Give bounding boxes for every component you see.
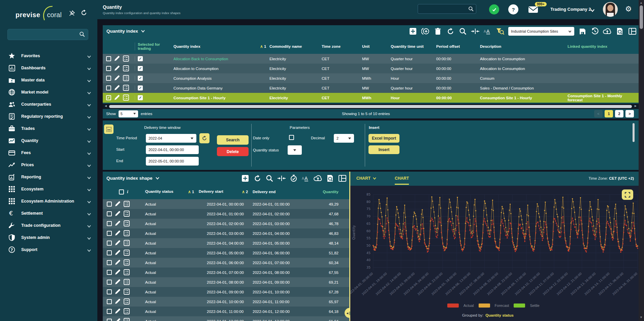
- table-row[interactable]: Actual2022-04-01, 10:00:002022-04-01, 11…: [103, 297, 349, 307]
- filter-icon[interactable]: [496, 27, 505, 36]
- row-checkbox[interactable]: [107, 289, 112, 294]
- table-row[interactable]: Actual2022-04-01, 09:00:002022-04-01, 10…: [103, 287, 349, 297]
- table-row[interactable]: ✓Consumption AnalysisElectricityCETMWhHo…: [103, 73, 639, 83]
- insert-button[interactable]: Insert: [368, 145, 399, 154]
- search-button[interactable]: Search: [217, 135, 249, 145]
- avatar[interactable]: [603, 2, 618, 17]
- selected-for-trading-checkbox[interactable]: ✓: [138, 56, 143, 61]
- add-button[interactable]: [409, 27, 417, 36]
- details-icon[interactable]: [124, 279, 130, 286]
- excel-import-button[interactable]: Excel Import: [368, 134, 399, 143]
- selected-for-trading-cell[interactable]: ✓: [135, 56, 173, 61]
- search-button[interactable]: [265, 174, 274, 183]
- hscrollbar-thumb[interactable]: [109, 105, 632, 108]
- select-all-checkbox[interactable]: [119, 189, 124, 194]
- save-button[interactable]: [578, 27, 587, 36]
- edit-pencil-icon[interactable]: [115, 211, 121, 217]
- details-icon[interactable]: [123, 65, 129, 72]
- quantity-chart[interactable]: 85807570656055504540352022-04-01, 00:00:…: [350, 186, 639, 321]
- details-icon[interactable]: [124, 211, 130, 217]
- decimal-select[interactable]: 2: [334, 134, 354, 143]
- edit-pencil-icon[interactable]: [114, 95, 120, 101]
- row-checkbox[interactable]: [106, 66, 111, 71]
- duplicate-button[interactable]: [421, 27, 430, 36]
- selected-for-trading-cell[interactable]: ✓: [135, 66, 173, 71]
- row-checkbox[interactable]: [107, 211, 112, 216]
- edit-pencil-icon[interactable]: [115, 289, 121, 295]
- table-row[interactable]: ✓Allocation to ConsumptionElectricityCET…: [103, 64, 639, 73]
- cloud-upload-button[interactable]: [314, 174, 322, 183]
- scroll-right-icon[interactable]: ►: [634, 104, 637, 108]
- company-selector[interactable]: Trading Company 2: [550, 7, 591, 12]
- cloud-upload-button[interactable]: [603, 27, 612, 36]
- table-row[interactable]: Actual2022-04-01, 02:00:002022-04-01, 03…: [103, 219, 349, 228]
- col-quantity-time-unit[interactable]: Quantity time unit: [391, 44, 436, 48]
- details-icon[interactable]: [124, 269, 130, 276]
- table-row[interactable]: Actual2022-04-01, 11:00:002022-04-01, 12…: [103, 307, 349, 316]
- scrollbar-thumb[interactable]: [640, 5, 643, 29]
- edit-pencil-icon[interactable]: [115, 250, 121, 256]
- quantity-index-panel-title[interactable]: Quantity index: [106, 29, 145, 34]
- table-row[interactable]: Actual2022-04-01, 12:00:002022-04-01, 13…: [103, 316, 349, 321]
- row-checkbox[interactable]: [107, 241, 112, 246]
- scroll-up-icon[interactable]: ▲: [640, 1, 643, 4]
- help-icon[interactable]: ?: [508, 4, 518, 14]
- edit-pencil-icon[interactable]: [115, 259, 121, 266]
- reload-period-button[interactable]: [199, 133, 210, 143]
- audit-search-button[interactable]: [615, 27, 624, 36]
- row-checkbox[interactable]: [106, 85, 111, 91]
- unpin-sidebar-icon[interactable]: [67, 9, 76, 17]
- font-size-button[interactable]: AA: [301, 174, 310, 183]
- edit-pencil-icon[interactable]: [115, 230, 121, 237]
- selected-for-trading-cell[interactable]: ✓: [135, 85, 173, 91]
- next-page-button[interactable]: >: [625, 110, 634, 117]
- horizontal-scrollbar[interactable]: ◄ ►: [103, 104, 639, 109]
- col-time-zone[interactable]: Time zone: [322, 44, 362, 48]
- scroll-left-icon[interactable]: ◄: [104, 104, 107, 108]
- start-input[interactable]: 2022-04-01, 00:00:00: [146, 145, 199, 154]
- selected-for-trading-checkbox[interactable]: ✓: [138, 95, 143, 100]
- edit-pencil-icon[interactable]: [114, 56, 120, 62]
- sidebar-item-quantity[interactable]: Quantity: [0, 135, 97, 147]
- fullscreen-button[interactable]: [622, 189, 633, 200]
- sidebar-item-settlement[interactable]: €Settlement: [0, 207, 97, 219]
- col-period-offset[interactable]: Period offset: [436, 44, 480, 48]
- row-checkbox[interactable]: [106, 56, 111, 61]
- row-checkbox[interactable]: ✓: [106, 95, 111, 100]
- audit-search-button[interactable]: [326, 174, 334, 183]
- edit-pencil-icon[interactable]: [115, 318, 121, 321]
- edit-pencil-icon[interactable]: [114, 65, 120, 72]
- quantity-status-select[interactable]: [288, 145, 302, 155]
- selected-for-trading-checkbox[interactable]: ✓: [138, 76, 143, 81]
- sidebar-item-support[interactable]: ?Support: [0, 244, 97, 256]
- add-button[interactable]: [241, 174, 250, 183]
- sidebar-item-trades[interactable]: Trades: [0, 122, 97, 135]
- details-icon[interactable]: [124, 240, 130, 247]
- row-checkbox[interactable]: [107, 250, 112, 255]
- details-icon[interactable]: [124, 201, 130, 208]
- row-checkbox[interactable]: [107, 280, 112, 285]
- table-row[interactable]: ✓✓Consumption Site 1 - HourlyElectricity…: [103, 93, 639, 103]
- quantity-index-cell[interactable]: Consumption Site 1 - Hourly: [173, 96, 269, 100]
- quantity-index-cell[interactable]: Allocation to Consumption: [173, 67, 269, 71]
- layout-button[interactable]: [338, 174, 347, 183]
- history-button[interactable]: [590, 27, 599, 36]
- row-checkbox[interactable]: [107, 270, 112, 275]
- row-checkbox[interactable]: [107, 319, 112, 321]
- details-icon[interactable]: [123, 95, 129, 101]
- page-button-2[interactable]: 2: [615, 110, 623, 117]
- details-icon[interactable]: [123, 75, 129, 82]
- table-row[interactable]: Actual2022-04-01, 08:00:002022-04-01, 09…: [103, 277, 349, 287]
- grouped-by-value[interactable]: Quantity status: [485, 313, 514, 317]
- quantity-index-cell[interactable]: Consumption Data Germany: [173, 86, 269, 90]
- sidebar-item-trade-configuration[interactable]: Trade configuration: [0, 219, 97, 231]
- col-quantity-status[interactable]: Quantity status ∧1: [145, 189, 199, 194]
- timer-button[interactable]: [289, 174, 298, 183]
- details-icon[interactable]: [124, 289, 130, 295]
- col-linked-quantity-index[interactable]: Linked quantity index: [568, 44, 638, 48]
- end-input[interactable]: 2022-05-01, 00:00:00: [146, 157, 199, 166]
- edit-pencil-icon[interactable]: [115, 269, 121, 276]
- refresh-button[interactable]: [446, 27, 455, 36]
- details-icon[interactable]: [123, 85, 129, 92]
- col-quantity-index[interactable]: Quantity index ∧1: [173, 44, 269, 49]
